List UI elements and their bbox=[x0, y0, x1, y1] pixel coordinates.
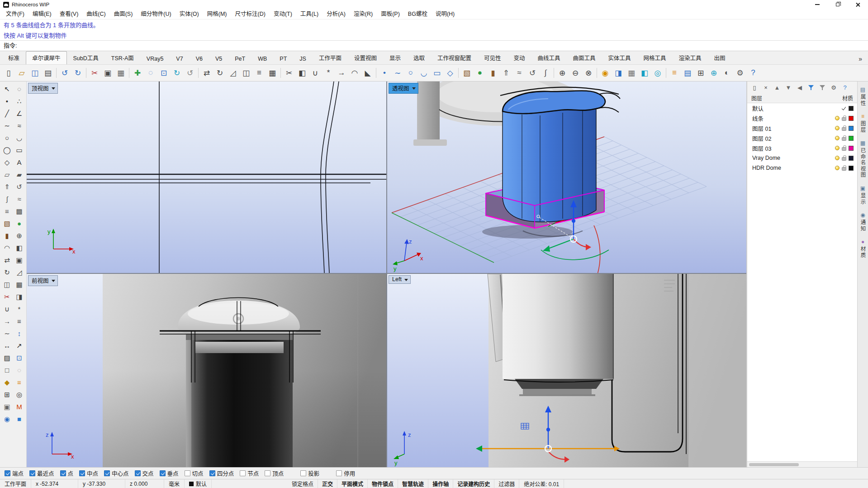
polyline-icon[interactable]: ∠ bbox=[13, 107, 25, 120]
command-prompt-input[interactable]: 指令: bbox=[0, 41, 868, 51]
layer-visibility-icon[interactable] bbox=[835, 156, 840, 160]
tab-overflow-button[interactable]: » bbox=[854, 55, 866, 64]
side-tab-4[interactable]: ▣显示 bbox=[859, 186, 867, 205]
units-field[interactable]: 毫米 bbox=[164, 479, 185, 488]
offset-icon[interactable]: ≡ bbox=[13, 315, 25, 327]
selected-solid[interactable] bbox=[503, 91, 605, 222]
tab-4[interactable]: TSR-A面 bbox=[105, 51, 140, 64]
osnap-toggle-9[interactable]: 四分点 bbox=[209, 469, 234, 478]
layer-visibility-icon[interactable] bbox=[835, 146, 840, 150]
tab-21[interactable]: 曲面工具 bbox=[567, 51, 602, 64]
top-viewport-canvas[interactable]: y x bbox=[27, 81, 386, 273]
hatch-icon[interactable]: ▨ bbox=[1, 352, 13, 364]
menu-item-14[interactable]: 面板(P) bbox=[377, 9, 404, 19]
lock-icon[interactable]: ◆ bbox=[1, 376, 13, 388]
model-left[interactable] bbox=[488, 274, 613, 396]
gumball-z-handle[interactable] bbox=[546, 428, 550, 431]
gumball-z-handle[interactable] bbox=[572, 219, 575, 223]
layer-row-4[interactable]: 图层 02 bbox=[747, 133, 857, 143]
checkbox-icon[interactable] bbox=[300, 470, 306, 476]
tab-3[interactable]: SubD工具 bbox=[67, 51, 105, 64]
extend-icon[interactable]: → bbox=[335, 67, 348, 79]
gumball-toggle-icon[interactable]: ⊕ bbox=[707, 67, 720, 79]
layer-lock-icon[interactable] bbox=[842, 137, 846, 141]
rotate-view-icon[interactable]: ↻ bbox=[171, 67, 183, 79]
tab-2[interactable]: 卓尔谟犀牛 bbox=[26, 51, 67, 64]
tab-1[interactable]: 标准 bbox=[2, 51, 26, 64]
layer-visibility-icon[interactable] bbox=[835, 166, 840, 170]
rotate-icon[interactable]: ↻ bbox=[213, 67, 226, 79]
sphere-icon[interactable]: ● bbox=[474, 67, 486, 79]
menu-item-8[interactable]: 网格(M) bbox=[203, 9, 231, 19]
viewport-title-left[interactable]: Left bbox=[389, 275, 411, 284]
tab-19[interactable]: 变动 bbox=[508, 51, 531, 64]
boolean-difference-icon[interactable]: ⊖ bbox=[569, 67, 582, 79]
tab-15[interactable]: 显示 bbox=[383, 51, 407, 64]
extend-icon[interactable]: → bbox=[1, 315, 13, 327]
tab-22[interactable]: 实体工具 bbox=[602, 51, 637, 64]
curve-icon[interactable]: ∼ bbox=[1, 120, 13, 132]
layer-settings-icon[interactable]: ⚙ bbox=[830, 83, 838, 91]
open-file-icon[interactable]: ▱ bbox=[15, 67, 28, 79]
layer-row-5[interactable]: 图层 03 bbox=[747, 143, 857, 153]
redo-icon[interactable]: ↻ bbox=[71, 67, 84, 79]
sweep2-icon[interactable]: ≈ bbox=[13, 193, 25, 205]
osnap-toggle-7[interactable]: 垂点 bbox=[160, 469, 179, 478]
gumball-origin[interactable] bbox=[570, 236, 577, 242]
cap-holes-icon[interactable]: ◧ bbox=[13, 242, 25, 254]
restore-button[interactable] bbox=[827, 0, 848, 9]
status-toggle-8[interactable]: 过滤器 bbox=[494, 479, 519, 488]
menu-item-16[interactable]: 说明(H) bbox=[432, 9, 459, 19]
array-icon[interactable]: ▦ bbox=[266, 67, 279, 79]
checkbox-icon[interactable] bbox=[5, 470, 10, 476]
viewport-title-top[interactable]: 顶视图 bbox=[28, 83, 58, 94]
viewport-top[interactable]: y x 顶视图 bbox=[27, 81, 386, 273]
xray-mode-icon[interactable]: ◎ bbox=[651, 67, 664, 79]
osnap-toggle-11[interactable]: 顶点 bbox=[265, 469, 284, 478]
layer-lock-icon[interactable] bbox=[842, 117, 846, 121]
mirror-icon[interactable]: ◫ bbox=[240, 67, 252, 79]
viewport-perspective[interactable]: z x y 透视图 bbox=[387, 81, 746, 273]
layer-color-swatch[interactable] bbox=[849, 136, 854, 141]
layer-visibility-icon[interactable] bbox=[835, 136, 840, 140]
checkbox-icon[interactable] bbox=[240, 470, 246, 476]
pan-view-icon[interactable]: ✚ bbox=[131, 67, 144, 79]
cut-icon[interactable]: ✂ bbox=[88, 67, 101, 79]
boolean-union-icon[interactable]: ⊕ bbox=[13, 230, 25, 242]
undo-icon[interactable]: ↺ bbox=[58, 67, 71, 79]
tab-10[interactable]: WB bbox=[251, 53, 273, 64]
offset-icon[interactable]: ≡ bbox=[253, 67, 266, 79]
scrollbar-thumb[interactable] bbox=[749, 463, 799, 466]
viewport-left[interactable]: z y Left bbox=[387, 274, 746, 467]
select-icon[interactable]: ↖ bbox=[1, 83, 13, 95]
polygon-icon[interactable]: ◇ bbox=[444, 67, 456, 79]
checkbox-icon[interactable] bbox=[265, 470, 270, 476]
viewport-title-perspective[interactable]: 透视图 bbox=[389, 83, 418, 94]
circle-icon[interactable]: ○ bbox=[1, 132, 13, 144]
options-icon[interactable]: ⚙ bbox=[734, 67, 746, 79]
command-history[interactable]: 有 5 条曲线组合为 1 条开放的曲线。 快按 Alt 键可以复制物件 bbox=[0, 19, 868, 41]
display-panel-icon[interactable]: ■ bbox=[13, 413, 25, 425]
explode-icon[interactable]: * bbox=[13, 303, 25, 315]
collapse-layers-icon[interactable]: ◀ bbox=[796, 83, 804, 91]
side-tab-5[interactable]: ◉通知 bbox=[859, 212, 867, 232]
tab-23[interactable]: 网格工具 bbox=[637, 51, 673, 64]
rectangle-icon[interactable]: ▭ bbox=[13, 144, 25, 156]
tab-17[interactable]: 工作视窗配置 bbox=[431, 51, 478, 64]
undo-view-icon[interactable]: ↺ bbox=[184, 67, 196, 79]
layer-row-3[interactable]: 图层 01 bbox=[747, 123, 857, 133]
layer-row-1[interactable]: 默认 bbox=[747, 103, 857, 113]
model-front[interactable] bbox=[178, 301, 300, 467]
arc-icon[interactable]: ◡ bbox=[417, 67, 430, 79]
scale-icon[interactable]: ◿ bbox=[227, 67, 239, 79]
zoom-extents-icon[interactable]: ⊡ bbox=[157, 67, 170, 79]
status-toggle-2[interactable]: 正交 bbox=[318, 479, 337, 488]
status-toggle-7[interactable]: 记录建构历史 bbox=[453, 479, 494, 488]
text-icon[interactable]: A bbox=[13, 156, 25, 168]
layer-color-swatch[interactable] bbox=[849, 106, 854, 111]
tab-13[interactable]: 工作平面 bbox=[313, 51, 348, 64]
layer-row-2[interactable]: 线条 bbox=[747, 113, 857, 123]
layer-lock-icon[interactable] bbox=[842, 127, 846, 131]
fillet-edge-icon[interactable]: ◠ bbox=[1, 242, 13, 254]
layer-lock-icon[interactable] bbox=[842, 147, 846, 151]
